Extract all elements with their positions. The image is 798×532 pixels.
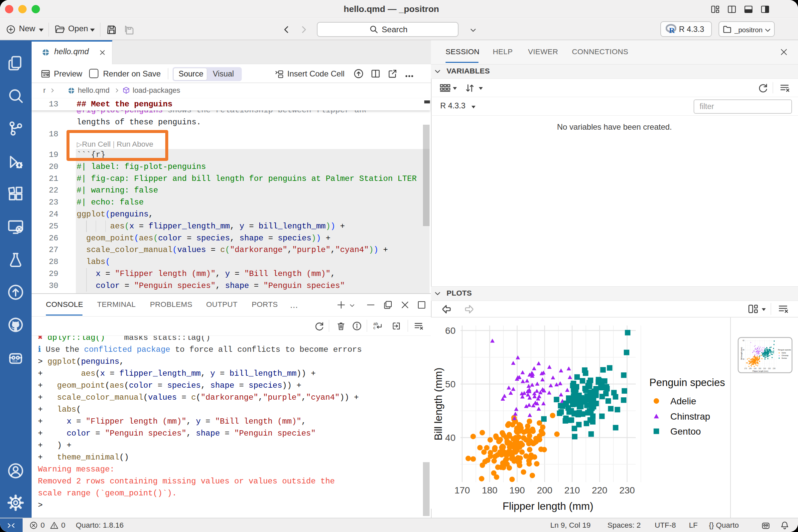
svg-text:Bill length (mm): Bill length (mm) [432, 368, 444, 440]
svg-text:Gentoo: Gentoo [670, 426, 701, 437]
svg-text:40: 40 [445, 433, 456, 443]
svg-text:50: 50 [445, 379, 456, 390]
svg-text:c: c [374, 325, 375, 330]
svg-text:Chinstrap: Chinstrap [670, 411, 710, 422]
svg-text:60: 60 [445, 325, 456, 336]
svg-text:R: R [669, 26, 675, 34]
svg-text:Adelie: Adelie [670, 396, 696, 406]
svg-text:180: 180 [482, 485, 497, 495]
svg-text:Flipper length (mm): Flipper length (mm) [502, 500, 593, 512]
svg-text:200: 200 [537, 485, 553, 495]
svg-text:Penguin species: Penguin species [649, 377, 725, 388]
svg-text:210: 210 [564, 485, 580, 495]
svg-text:190: 190 [509, 485, 525, 495]
svg-text:170: 170 [455, 485, 470, 495]
svg-text:220: 220 [592, 485, 607, 495]
svg-text:230: 230 [620, 485, 635, 495]
